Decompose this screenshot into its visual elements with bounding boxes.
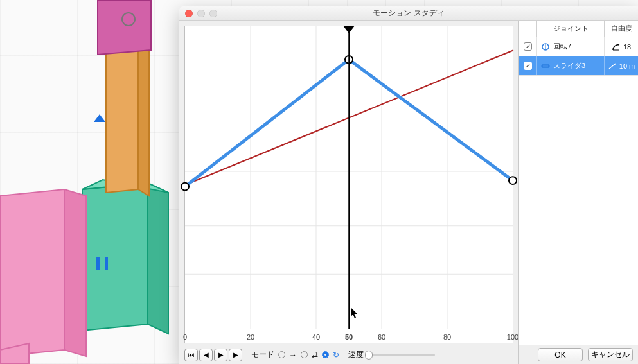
- chart-pane: 02040506080100 ⏮ ◀ ▶ ▶ モード →: [179, 21, 518, 364]
- dialog-buttons: OK キャンセル: [519, 345, 638, 364]
- svg-marker-1: [148, 183, 168, 334]
- joint-name: 回転7: [553, 42, 571, 51]
- step-fwd-button[interactable]: ▶: [214, 349, 227, 361]
- arrow-right-icon: →: [289, 351, 297, 360]
- joint-type-icon: [541, 42, 550, 51]
- joint-name: スライダ3: [553, 61, 585, 71]
- playhead-line[interactable]: [348, 26, 350, 329]
- joint-checkbox[interactable]: ✓: [524, 42, 532, 51]
- col-check: [519, 21, 537, 37]
- titlebar[interactable]: モーション スタディ: [179, 6, 638, 21]
- speed-slider[interactable]: [368, 354, 435, 356]
- x-tick-label: 20: [247, 333, 254, 341]
- mode-pingpong-radio[interactable]: [301, 351, 308, 358]
- joint-checkbox[interactable]: ✓: [524, 62, 532, 70]
- dof-icon: [612, 42, 621, 51]
- col-joint-header: ジョイント: [537, 21, 605, 37]
- step-back-button[interactable]: ◀: [199, 349, 213, 361]
- minimize-icon: [197, 10, 205, 17]
- joints-header: ジョイント 自由度: [519, 21, 638, 37]
- joints-panel: ジョイント 自由度 ✓回転718✓スライダ310 m OK キャンセル: [518, 21, 638, 364]
- svg-marker-7: [64, 189, 86, 356]
- dof-value: 18: [623, 43, 631, 51]
- x-tick-label: 80: [443, 333, 451, 341]
- playback-bar: ⏮ ◀ ▶ ▶ モード → ⇄ ↻ 速度: [179, 345, 518, 364]
- go-start-button[interactable]: ⏮: [184, 349, 198, 361]
- x-tick-label: 0: [183, 333, 187, 341]
- x-tick-label: 60: [378, 333, 385, 341]
- play-mode-group: モード → ⇄ ↻: [251, 349, 339, 360]
- svg-point-22: [509, 177, 517, 184]
- joint-row[interactable]: ✓スライダ310 m: [519, 56, 638, 76]
- mode-label: モード: [251, 349, 274, 360]
- window-title: モーション スタディ: [179, 8, 638, 19]
- ok-button[interactable]: OK: [538, 348, 583, 361]
- close-icon[interactable]: [185, 10, 193, 17]
- loop-icon: ↻: [333, 351, 339, 360]
- play-button[interactable]: ▶: [229, 349, 242, 361]
- swap-icon: ⇄: [312, 351, 318, 360]
- motion-study-dialog: モーション スタディ 02040506080100 ⏮: [179, 6, 638, 364]
- speed-group: 速度: [348, 349, 435, 360]
- svg-marker-5: [98, 0, 151, 55]
- speed-label: 速度: [348, 349, 364, 360]
- svg-rect-11: [105, 257, 108, 270]
- motion-chart[interactable]: 02040506080100: [184, 26, 513, 343]
- joint-row[interactable]: ✓回転718: [519, 37, 638, 56]
- svg-marker-0: [82, 183, 148, 331]
- x-tick-label: 50: [345, 333, 353, 341]
- zoom-icon: [209, 10, 217, 17]
- mode-loop-radio[interactable]: [322, 351, 329, 358]
- x-tick-label: 100: [507, 333, 518, 341]
- mode-once-radio[interactable]: [278, 351, 285, 358]
- col-dof-header: 自由度: [605, 21, 638, 37]
- svg-marker-6: [0, 189, 64, 356]
- x-axis: 02040506080100: [185, 329, 513, 343]
- cancel-button[interactable]: キャンセル: [588, 348, 633, 361]
- x-tick-label: 40: [312, 333, 320, 341]
- svg-marker-9: [94, 114, 105, 122]
- svg-rect-10: [96, 257, 100, 270]
- joint-type-icon: [541, 62, 550, 71]
- dof-value: 10 m: [619, 62, 635, 70]
- svg-point-20: [181, 183, 189, 191]
- dof-icon: [608, 62, 617, 71]
- playback-controls: ⏮ ◀ ▶ ▶: [184, 349, 242, 361]
- speed-knob[interactable]: [365, 351, 373, 360]
